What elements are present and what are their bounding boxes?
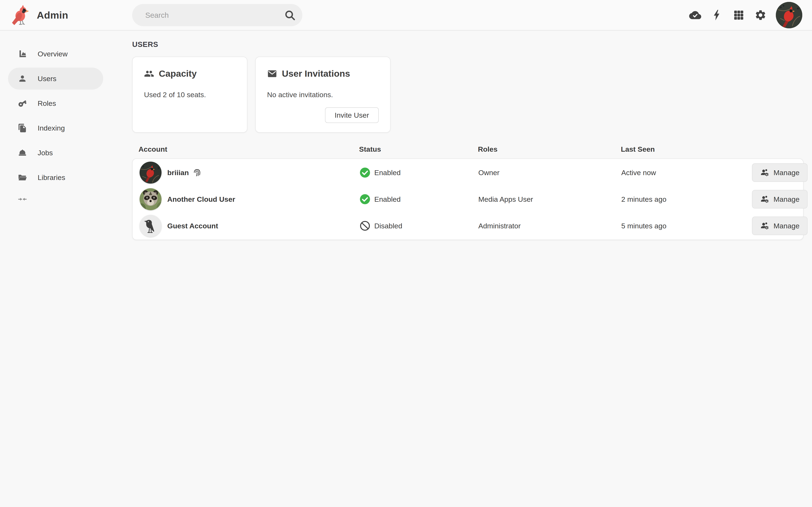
- manage-button-label: Manage: [773, 169, 800, 177]
- status-enabled-icon: [359, 194, 370, 205]
- user-name: Guest Account: [167, 222, 218, 230]
- manage-accounts-icon: [760, 221, 770, 231]
- main-content: USERS Capacity Used 2 of 10 seats.: [132, 31, 804, 240]
- users-table: briiian Enabled Owne: [132, 158, 804, 240]
- copy-pages-icon: [18, 123, 27, 133]
- manage-button-label: Manage: [773, 195, 800, 204]
- status-disabled-icon: [359, 220, 370, 231]
- manage-user-button[interactable]: Manage: [752, 163, 808, 182]
- status-text: Enabled: [374, 195, 401, 204]
- column-roles: Roles: [478, 145, 621, 153]
- table-row: Another Cloud User Enabled Media Apps Us…: [133, 186, 803, 213]
- page-title: USERS: [132, 40, 804, 49]
- last-seen-text: 5 minutes ago: [621, 222, 752, 230]
- envelope-icon: [267, 69, 277, 79]
- invite-user-button[interactable]: Invite User: [325, 107, 379, 123]
- search-input[interactable]: [132, 4, 283, 26]
- user-name: briiian: [167, 169, 189, 177]
- settings-gear-icon[interactable]: [751, 5, 770, 24]
- roles-text: Administrator: [478, 222, 621, 230]
- manage-user-button[interactable]: Manage: [752, 190, 808, 209]
- invitations-card-title: User Invitations: [282, 68, 350, 79]
- manage-user-button[interactable]: Manage: [752, 217, 808, 235]
- sidebar-item-roles[interactable]: Roles: [8, 92, 103, 114]
- key-icon: [18, 99, 27, 108]
- search-bar: [132, 4, 302, 26]
- cloud-done-icon[interactable]: [686, 5, 705, 24]
- user-avatar[interactable]: [776, 2, 802, 28]
- sidebar-item-users[interactable]: Users: [8, 68, 103, 90]
- hard-hat-icon: [18, 148, 27, 157]
- sidebar-item-label: Indexing: [38, 124, 65, 132]
- sidebar-item-label: Users: [38, 74, 56, 83]
- person-icon: [18, 74, 27, 83]
- last-seen-text: 2 minutes ago: [621, 195, 752, 204]
- collapse-sidebar-button[interactable]: [14, 192, 31, 207]
- bolt-icon[interactable]: [707, 5, 726, 24]
- collapse-arrows-icon: [17, 194, 27, 204]
- apps-grid-icon[interactable]: [729, 5, 748, 24]
- capacity-card-title: Capacity: [159, 68, 197, 79]
- sidebar-item-overview[interactable]: Overview: [8, 43, 103, 65]
- summary-cards: Capacity Used 2 of 10 seats. User Invita…: [132, 57, 804, 133]
- sidebar-item-jobs[interactable]: Jobs: [8, 142, 103, 164]
- sidebar-item-label: Libraries: [38, 173, 65, 182]
- sidebar-item-indexing[interactable]: Indexing: [8, 117, 103, 139]
- user-name: Another Cloud User: [167, 195, 235, 204]
- app-title: Admin: [37, 9, 68, 21]
- fingerprint-icon: [192, 168, 202, 177]
- column-last-seen: Last Seen: [621, 145, 752, 153]
- brand: Admin: [10, 0, 68, 30]
- sidebar-item-label: Overview: [38, 50, 68, 58]
- sidebar-item-label: Jobs: [38, 149, 53, 157]
- people-group-icon: [144, 69, 154, 79]
- app-header: Admin: [0, 0, 812, 31]
- cardinal-logo: [10, 4, 32, 26]
- open-folder-icon: [18, 173, 27, 182]
- manage-button-label: Manage: [773, 222, 800, 230]
- column-account: Account: [132, 145, 359, 153]
- avatar-raccoon: [140, 188, 161, 210]
- manage-accounts-icon: [760, 194, 770, 204]
- sidebar-item-libraries[interactable]: Libraries: [8, 166, 103, 188]
- status-enabled-icon: [359, 167, 370, 178]
- area-chart-icon: [18, 49, 27, 59]
- table-row: Guest Account Disabled Administrator 5 m…: [133, 213, 803, 239]
- sidebar: Overview Users Roles Indexing: [0, 31, 118, 507]
- avatar-cardinal: [140, 162, 161, 183]
- table-row: briiian Enabled Owne: [133, 159, 803, 186]
- roles-text: Owner: [478, 169, 621, 177]
- search-icon[interactable]: [283, 8, 297, 22]
- avatar-bird-silhouette: [140, 215, 161, 237]
- header-actions: [686, 0, 802, 30]
- last-seen-text: Active now: [621, 169, 752, 177]
- capacity-card: Capacity Used 2 of 10 seats.: [132, 57, 247, 133]
- capacity-card-body: Used 2 of 10 seats.: [144, 91, 236, 99]
- users-table-header: Account Status Roles Last Seen: [132, 145, 804, 153]
- roles-text: Media Apps User: [478, 195, 621, 204]
- user-invitations-card: User Invitations No active invitations. …: [255, 57, 391, 133]
- status-text: Enabled: [374, 169, 401, 177]
- manage-accounts-icon: [760, 168, 770, 177]
- sidebar-item-label: Roles: [38, 99, 56, 108]
- column-status: Status: [359, 145, 478, 153]
- status-text: Disabled: [374, 222, 402, 230]
- invitations-card-body: No active invitations.: [267, 91, 379, 99]
